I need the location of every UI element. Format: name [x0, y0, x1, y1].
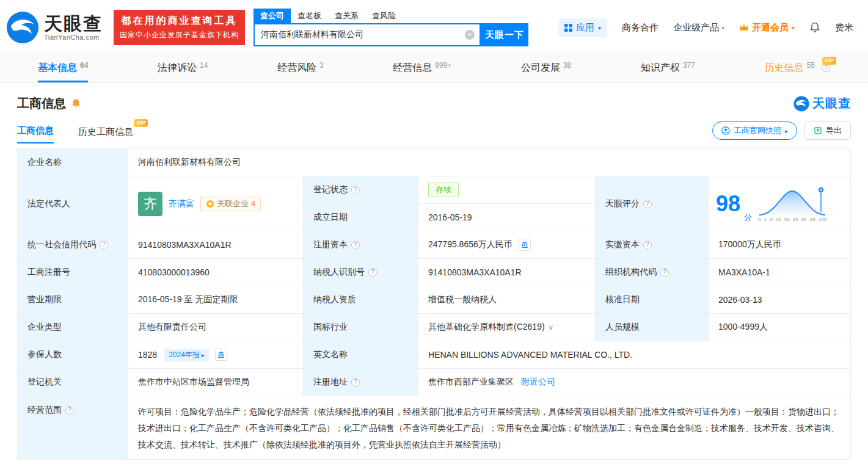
value-taxpayer-quality: 增值税一般纳税人 — [418, 286, 596, 314]
label-text: 企业名称 — [27, 157, 62, 168]
open-vip-button[interactable]: 开通会员 ▾ — [739, 22, 795, 34]
business-term-text: 2016-05-19 至 无固定期限 — [138, 294, 238, 305]
nearby-companies-link[interactable]: 附近公司 — [521, 377, 555, 388]
subtab-history-business-info[interactable]: VIP 历史工商信息 — [78, 126, 133, 143]
top-header: 天眼查 TianYanCha.com 都在用的商业查询工具 国家中小企业发展子基… — [0, 0, 868, 53]
search-tab-company[interactable]: 查公司 — [253, 9, 291, 23]
value-company-type: 其他有限责任公司 — [128, 314, 304, 341]
apps-menu-label: 应用 — [576, 22, 594, 34]
watermark-brand: 天眼查 — [812, 95, 851, 112]
label-text: 组织机构代码 — [605, 267, 657, 278]
help-icon[interactable]: ? — [351, 186, 360, 194]
nav-tab-basic-info[interactable]: 基本信息 64 — [38, 53, 88, 82]
score-distribution-chart: 0131550859799100 — [758, 186, 826, 222]
nav-tab-label: 经营风险 — [277, 62, 316, 74]
value-industry: 其他基础化学原料制造(C2619) ∨ — [418, 314, 596, 341]
related-companies-count: 4 — [251, 199, 255, 208]
nav-tab-legal[interactable]: 法律诉讼 14 — [158, 53, 208, 82]
help-icon[interactable]: ? — [65, 406, 74, 415]
legal-rep-avatar[interactable]: 齐 — [138, 192, 162, 216]
label-text: 营业期限 — [27, 294, 62, 305]
label-company-type: 企业类型 — [18, 314, 128, 341]
annual-report-badge[interactable]: 2024年报 ▸ — [164, 349, 209, 361]
arrow-right-icon: ▸ — [202, 352, 205, 358]
label-text: 国标行业 — [313, 322, 348, 333]
chevron-down-icon: ▾ — [721, 24, 724, 31]
nav-tab-label: 法律诉讼 — [158, 62, 197, 74]
taxpayer-quality-text: 增值税一般纳税人 — [428, 294, 497, 305]
search-box: ✕ — [253, 23, 481, 46]
help-icon[interactable]: ? — [351, 241, 360, 249]
paid-capital-text: 170000万人民币 — [718, 239, 781, 250]
official-snapshot-button[interactable]: 工商官网快照 ▸ — [712, 121, 797, 140]
nav-tab-operating-info[interactable]: 经营信息 999+ — [393, 53, 451, 82]
label-legal-rep: 法定代表人 — [18, 176, 128, 231]
subtab-business-info[interactable]: 工商信息 — [17, 125, 54, 143]
nav-tab-operating-risk[interactable]: 经营风险 3 — [277, 53, 324, 82]
chevron-down-icon[interactable]: ∨ — [549, 323, 554, 332]
help-icon[interactable]: ? — [660, 268, 669, 277]
vip-badge: VIP — [134, 119, 148, 127]
reg-capital-text: 247795.8656万人民币 — [428, 239, 512, 250]
help-icon[interactable]: ? — [368, 268, 377, 277]
nav-tab-development[interactable]: 公司发展 38 — [521, 53, 571, 82]
value-reg-address: 焦作市西部产业集聚区 附近公司 — [418, 369, 851, 396]
label-text: 参保人数 — [27, 349, 62, 360]
menu-cooperation[interactable]: 商务合作 — [622, 22, 658, 34]
vip-badge: VIP — [822, 57, 836, 65]
value-company-name: 河南佰利联新材料有限公司 — [128, 149, 851, 176]
help-icon[interactable]: ? — [643, 200, 652, 208]
nav-tab-intellectual-property[interactable]: 知识产权 377 — [641, 53, 695, 82]
value-english-name: HENAN BILLIONS ADVANCED MATERIAL CO., LT… — [418, 341, 851, 369]
search-button[interactable]: 天眼一下 — [481, 23, 528, 46]
label-establish-date: 成立日期 — [304, 204, 418, 231]
nav-tab-label: 基本信息 — [38, 62, 77, 74]
promo-line2: 国家中小企业发展子基金旗下机构 — [120, 30, 239, 40]
subscribe-bell-icon[interactable] — [71, 98, 81, 109]
label-credit-code: 统一社会信用代码 ? — [18, 231, 128, 259]
related-companies-badge[interactable]: 关联企业 4 — [200, 197, 261, 211]
industry-text: 其他基础化学原料制造(C2619) — [428, 322, 545, 333]
action-buttons: 工商官网快照 ▸ 导出 — [712, 121, 851, 143]
status-badge: 存续 — [428, 183, 459, 197]
nav-tab-count: 999+ — [435, 61, 451, 70]
search-input[interactable] — [253, 23, 481, 46]
search-tab-risk[interactable]: 查风险 — [365, 9, 403, 23]
label-text: 法定代表人 — [27, 198, 70, 209]
label-reg-capital: 注册资本 ? — [304, 231, 418, 259]
legal-rep-name-link[interactable]: 齐满富 — [169, 198, 194, 209]
label-text: 纳税人识别号 — [313, 267, 365, 278]
score-unit: 分 — [744, 212, 752, 223]
nav-tab-label: 历史信息 — [765, 62, 804, 74]
chevron-down-icon: ▾ — [598, 24, 601, 31]
section-title: 工商信息 — [17, 95, 66, 112]
header-menu: 应用 ▾ 商务合作 企业级产品 ▾ 开通会员 ▾ 费米 — [558, 18, 853, 37]
label-business-scope: 经营范围 ? — [18, 396, 128, 460]
value-tianyan-score[interactable]: 98 分 0131550859799100 — [709, 176, 851, 231]
chevron-down-icon: ▾ — [792, 24, 795, 31]
search-tab-boss[interactable]: 查老板 — [291, 9, 328, 23]
capital-history-icon[interactable] — [519, 239, 531, 251]
help-icon[interactable]: ? — [643, 241, 652, 249]
label-company-name: 企业名称 — [18, 149, 128, 176]
label-english-name: 英文名称 — [304, 341, 418, 369]
user-menu[interactable]: 费米 — [835, 22, 853, 34]
label-reg-number: 工商注册号 — [18, 259, 128, 286]
export-button[interactable]: 导出 — [804, 121, 851, 140]
search-tab-relation[interactable]: 查关系 — [328, 9, 365, 23]
notifications-button[interactable] — [809, 22, 820, 33]
apps-menu[interactable]: 应用 ▾ — [558, 18, 607, 37]
help-icon[interactable]: ? — [822, 63, 830, 72]
label-reg-authority: 登记机关 — [18, 369, 128, 396]
help-icon[interactable]: ? — [100, 241, 108, 249]
tianyancha-logo[interactable]: 天眼查 TianYanCha.com — [6, 11, 103, 44]
watermark-logo-icon — [793, 96, 809, 112]
clear-search-icon[interactable]: ✕ — [465, 30, 475, 40]
menu-enterprise[interactable]: 企业级产品 ▾ — [673, 22, 724, 34]
company-nav-tabs: 基本信息 64 法律诉讼 14 经营风险 3 经营信息 999+ 公司发展 38… — [0, 53, 868, 83]
help-icon[interactable]: ? — [351, 378, 360, 386]
label-org-code: 组织机构代码 ? — [596, 259, 709, 286]
nav-tab-history[interactable]: VIP 历史信息 55 ? — [765, 53, 830, 82]
insured-history-icon[interactable] — [215, 349, 227, 361]
label-paid-capital: 实缴资本 ? — [596, 231, 709, 259]
